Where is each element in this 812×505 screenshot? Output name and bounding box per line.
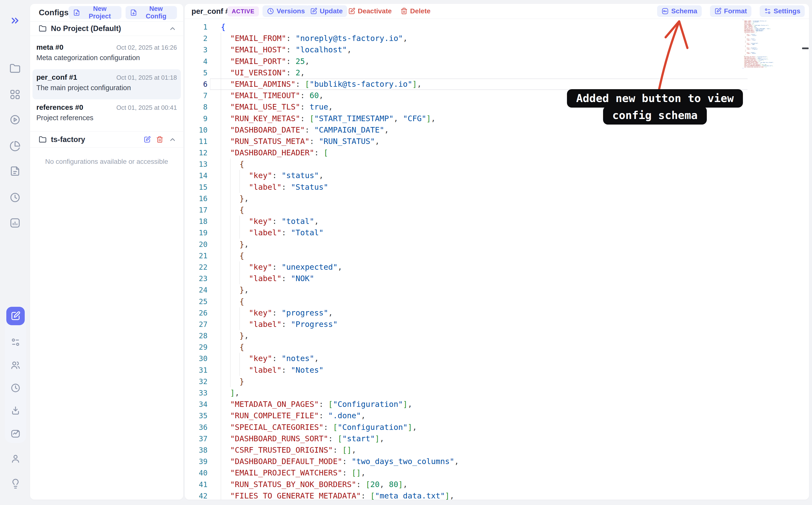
line-number[interactable]: 3	[185, 44, 207, 55]
rail-item-preferences[interactable]	[6, 333, 25, 351]
delete-project-button[interactable]	[156, 136, 163, 143]
versions-button[interactable]: Versions	[263, 5, 309, 17]
line-number[interactable]: 8	[185, 101, 207, 113]
config-item-meta-0[interactable]: meta #0Oct 02, 2025 at 16:26Meta categor…	[32, 39, 181, 69]
line-number[interactable]: 6	[185, 78, 207, 90]
rail-item-profile[interactable]	[6, 450, 25, 468]
code-line[interactable]: 35 "RUN_COMPLETE_FILE": ".done",	[185, 410, 809, 422]
code-line[interactable]: 22 "key": "unexpected",	[185, 262, 809, 273]
code-line[interactable]: 20 },	[185, 239, 809, 250]
code-line[interactable]: 37 "DASHBOARD_RUNS_SORT": ["start"],	[185, 433, 809, 445]
code-line[interactable]: 5 "UI_VERSION": 2,	[185, 67, 809, 78]
line-number[interactable]: 40	[185, 467, 207, 479]
code-line[interactable]: 24 },	[185, 284, 809, 296]
line-number[interactable]: 1	[185, 21, 207, 33]
rail-item-import[interactable]	[6, 401, 25, 420]
code-line[interactable]: 40 "EMAIL_PROJECT_WATCHERS": [],	[185, 467, 809, 479]
rail-item-users[interactable]	[6, 356, 25, 374]
line-number[interactable]: 29	[185, 341, 207, 353]
code-line[interactable]: 36 "SPECIAL_CATEGORIES": ["Configuration…	[185, 422, 809, 433]
rail-item-dashboard[interactable]	[8, 88, 22, 101]
code-line[interactable]: 12 "DASHBOARD_HEADER": [	[185, 147, 809, 158]
line-number[interactable]: 39	[185, 456, 207, 467]
code-line[interactable]: 7 "EMAIL_TIMEOUT": 60,	[185, 90, 809, 101]
line-number[interactable]: 22	[185, 262, 207, 273]
collapse-section-button[interactable]	[169, 136, 176, 144]
line-number[interactable]: 27	[185, 319, 207, 330]
code-line[interactable]: 38 "CSRF_TRUSTED_ORIGINS": [],	[185, 445, 809, 456]
line-number[interactable]: 25	[185, 296, 207, 307]
code-line[interactable]: 14 "key": "status",	[185, 170, 809, 181]
code-line[interactable]: 17 {	[185, 204, 809, 216]
minimap[interactable]: { "EMAIL_FROM": "noreply@ts-factory.io",…	[743, 19, 798, 69]
code-line[interactable]: 21 {	[185, 250, 809, 262]
line-number[interactable]: 15	[185, 181, 207, 193]
rail-item-documents[interactable]	[8, 164, 22, 178]
code-editor[interactable]: 1{2 "EMAIL_FROM": "noreply@ts-factory.io…	[185, 19, 809, 500]
rail-item-projects[interactable]	[8, 62, 22, 75]
rail-item-configs-editor-active[interactable]	[6, 307, 25, 325]
line-number[interactable]: 30	[185, 353, 207, 364]
line-number[interactable]: 14	[185, 170, 207, 181]
code-line[interactable]: 6 "EMAIL_ADMINS": ["bublik@ts-factory.io…	[185, 78, 809, 90]
rail-item-measurements[interactable]	[8, 216, 22, 230]
line-number[interactable]: 17	[185, 204, 207, 216]
rail-item-history[interactable]	[8, 191, 22, 204]
code-line[interactable]: 32 }	[185, 376, 809, 387]
code-line[interactable]: 4 "EMAIL_PORT": 25,	[185, 56, 809, 67]
line-number[interactable]: 4	[185, 56, 207, 67]
config-item-references-0[interactable]: references #0Oct 01, 2025 at 00:41Projec…	[32, 99, 181, 129]
line-number[interactable]: 13	[185, 158, 207, 170]
section-header-no-project-default-[interactable]: No Project (Default)	[30, 21, 183, 36]
code-line[interactable]: 42 "FILES_TO_GENERATE_METADATA": ["meta_…	[185, 490, 809, 500]
line-number[interactable]: 37	[185, 433, 207, 445]
line-number[interactable]: 5	[185, 67, 207, 78]
line-number[interactable]: 38	[185, 445, 207, 456]
deactivate-button[interactable]: Deactivate	[344, 5, 396, 17]
code-line[interactable]: 19 "label": "Total"	[185, 227, 809, 238]
edit-project-button[interactable]	[144, 136, 151, 143]
code-line[interactable]: 39 "DASHBOARD_DEFAULT_MODE": "two_days_t…	[185, 456, 809, 467]
code-line[interactable]: 15 "label": "Status"	[185, 181, 809, 193]
line-number[interactable]: 19	[185, 227, 207, 238]
code-line[interactable]: 25 {	[185, 296, 809, 307]
rail-item-runs[interactable]	[8, 113, 22, 127]
code-line[interactable]: 13 {	[185, 158, 809, 170]
line-number[interactable]: 23	[185, 273, 207, 284]
code-line[interactable]: 3 "EMAIL_HOST": "localhost",	[185, 44, 809, 55]
code-line[interactable]: 34 "METADATA_ON_PAGES": ["Configuration"…	[185, 398, 809, 410]
update-button[interactable]: Update	[306, 5, 347, 17]
line-number[interactable]: 12	[185, 147, 207, 158]
code-line[interactable]: 1{	[185, 21, 809, 33]
code-line[interactable]: 26 "key": "progress",	[185, 307, 809, 319]
line-number[interactable]: 32	[185, 376, 207, 387]
line-number[interactable]: 16	[185, 193, 207, 204]
format-button[interactable]: Format	[710, 5, 752, 17]
line-number[interactable]: 31	[185, 364, 207, 376]
line-number[interactable]: 20	[185, 239, 207, 250]
rail-item-help[interactable]	[6, 475, 25, 493]
code-line[interactable]: 2 "EMAIL_FROM": "noreply@ts-factory.io",	[185, 33, 809, 44]
line-number[interactable]: 42	[185, 490, 207, 500]
code-line[interactable]: 23 "label": "NOK"	[185, 273, 809, 284]
schema-button[interactable]: Schema	[657, 5, 701, 17]
line-number[interactable]: 18	[185, 216, 207, 227]
line-number[interactable]: 9	[185, 113, 207, 124]
code-line[interactable]: 27 "label": "Progress"	[185, 319, 809, 330]
sidebar-collapse-button[interactable]	[8, 14, 22, 27]
code-line[interactable]: 11 "RUN_STATUS_META": "RUN_STATUS",	[185, 136, 809, 147]
line-number[interactable]: 21	[185, 250, 207, 262]
line-number[interactable]: 35	[185, 410, 207, 422]
code-line[interactable]: 16 },	[185, 193, 809, 204]
code-line[interactable]: 8 "EMAIL_USE_TLS": true,	[185, 101, 809, 113]
collapse-section-button[interactable]	[169, 25, 176, 32]
code-line[interactable]: 31 "label": "Notes"	[185, 364, 809, 376]
line-number[interactable]: 11	[185, 136, 207, 147]
code-line[interactable]: 41 "RUN_STATUS_BY_NOK_BORDERS": [20, 80]…	[185, 479, 809, 490]
new-project-button[interactable]: New Project	[68, 6, 122, 19]
section-header-ts-factory[interactable]: ts-factory	[30, 131, 183, 148]
line-number[interactable]: 24	[185, 284, 207, 296]
code-line[interactable]: 29 {	[185, 341, 809, 353]
rail-item-recent-activity[interactable]	[6, 379, 25, 397]
rail-item-reports[interactable]	[8, 139, 22, 153]
